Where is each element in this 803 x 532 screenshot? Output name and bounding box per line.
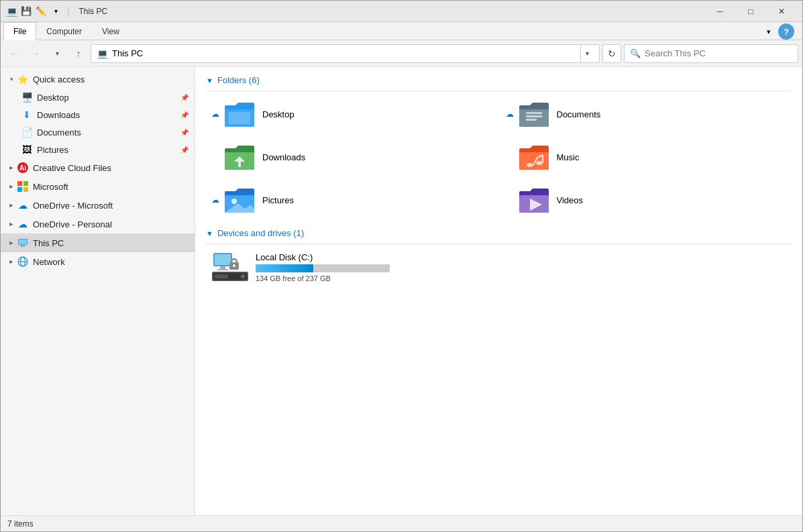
this-pc-expand[interactable]: ► bbox=[6, 237, 17, 248]
status-text: 7 items bbox=[7, 519, 34, 529]
ribbon-tabs: File Computer View ▾ ? bbox=[1, 22, 802, 40]
folder-item-desktop[interactable]: ☁ Desktop bbox=[206, 94, 498, 134]
sidebar-item-microsoft[interactable]: ► Microsoft bbox=[1, 177, 195, 196]
folders-section-title: Folders (6) bbox=[217, 75, 260, 85]
pictures-cloud-icon: ☁ bbox=[211, 195, 219, 205]
svg-point-37 bbox=[233, 264, 235, 267]
tab-file[interactable]: File bbox=[3, 22, 36, 40]
documents-label: Documents bbox=[557, 109, 601, 119]
microsoft-expand[interactable]: ► bbox=[6, 181, 17, 192]
devices-list: Local Disk (C:) 134 GB free of 237 GB bbox=[206, 244, 792, 292]
desktop-icon: 🖥️ bbox=[21, 91, 33, 103]
videos-cloud-spacer: ☁ bbox=[506, 195, 514, 205]
creative-cloud-expand[interactable]: ► bbox=[6, 162, 17, 173]
dropdown-history-button[interactable]: ▾ bbox=[48, 44, 66, 63]
sidebar-item-desktop[interactable]: 🖥️ Desktop 📌 bbox=[1, 89, 195, 106]
tab-view[interactable]: View bbox=[92, 22, 129, 40]
tab-computer[interactable]: Computer bbox=[36, 22, 92, 40]
svg-rect-21 bbox=[519, 152, 549, 170]
back-button[interactable]: ← bbox=[5, 44, 23, 63]
drive-item-c[interactable]: Local Disk (C:) 134 GB free of 237 GB bbox=[206, 247, 421, 287]
qat-dropdown[interactable]: ▾ bbox=[50, 5, 62, 17]
c-drive-icon bbox=[211, 251, 249, 283]
folder-item-pictures[interactable]: ☁ Pictures bbox=[206, 180, 498, 220]
search-icon: 🔍 bbox=[630, 48, 641, 58]
svg-rect-16 bbox=[526, 112, 542, 114]
documents-cloud-icon: ☁ bbox=[506, 109, 514, 119]
music-folder-icon bbox=[518, 141, 550, 173]
up-button[interactable]: ↑ bbox=[69, 44, 88, 63]
folder-item-videos[interactable]: ☁ Videos bbox=[500, 180, 792, 220]
sidebar-item-onedrive-personal[interactable]: ► ☁ OneDrive - Personal bbox=[1, 215, 195, 233]
folder-item-music[interactable]: ☁ Mu bbox=[500, 137, 792, 177]
help-button[interactable]: ? bbox=[778, 23, 794, 40]
path-text: This PC bbox=[112, 48, 576, 58]
folders-section-header[interactable]: ▼ Folders (6) bbox=[206, 67, 792, 91]
qat-save[interactable]: 💾 bbox=[20, 5, 32, 17]
svg-point-22 bbox=[527, 163, 533, 167]
address-path[interactable]: 💻 This PC ▾ bbox=[91, 44, 600, 63]
maximize-button[interactable]: □ bbox=[735, 1, 766, 22]
svg-rect-9 bbox=[19, 240, 27, 244]
sidebar-item-creative-cloud[interactable]: ► Ai Creative Cloud Files bbox=[1, 158, 195, 177]
refresh-button[interactable]: ↻ bbox=[602, 44, 621, 63]
sidebar-item-this-pc[interactable]: ► This PC bbox=[1, 233, 195, 252]
search-input[interactable] bbox=[645, 48, 792, 58]
downloads-cloud-spacer: ☁ bbox=[211, 152, 219, 162]
svg-rect-15 bbox=[519, 109, 549, 127]
pictures-pin: 📌 bbox=[180, 145, 189, 154]
qat-properties[interactable]: ✏️ bbox=[35, 5, 47, 17]
network-icon bbox=[17, 256, 29, 268]
sidebar-label-onedrive-personal: OneDrive - Personal bbox=[33, 219, 189, 229]
network-expand[interactable]: ► bbox=[6, 256, 17, 267]
sidebar-label-creative-cloud: Creative Cloud Files bbox=[33, 163, 189, 173]
minimize-button[interactable]: ─ bbox=[704, 1, 735, 22]
forward-button[interactable]: → bbox=[26, 44, 45, 63]
sidebar-item-pictures[interactable]: 🖼 Pictures 📌 bbox=[1, 141, 195, 158]
svg-rect-35 bbox=[217, 269, 228, 270]
c-drive-info: Local Disk (C:) 134 GB free of 237 GB bbox=[256, 252, 390, 282]
onedrive-microsoft-expand[interactable]: ► bbox=[6, 200, 17, 211]
svg-rect-33 bbox=[215, 254, 231, 265]
svg-rect-7 bbox=[21, 245, 25, 246]
folders-chevron: ▼ bbox=[206, 76, 213, 85]
window-controls: ─ □ ✕ bbox=[704, 1, 797, 22]
sidebar-label-microsoft: Microsoft bbox=[33, 182, 189, 192]
folder-item-documents[interactable]: ☁ Documents bbox=[500, 94, 792, 134]
folders-grid: ☁ Desktop ☁ bbox=[206, 91, 792, 223]
onedrive-personal-expand[interactable]: ► bbox=[6, 219, 17, 229]
close-button[interactable]: ✕ bbox=[766, 1, 797, 22]
devices-section-header[interactable]: ▼ Devices and drives (1) bbox=[206, 223, 792, 244]
sidebar-item-downloads[interactable]: ⬇ Downloads 📌 bbox=[1, 106, 195, 123]
sidebar-label-pictures: Pictures bbox=[37, 145, 180, 155]
svg-point-23 bbox=[536, 161, 543, 165]
status-bar: 7 items bbox=[1, 515, 802, 531]
documents-icon: 📄 bbox=[21, 126, 33, 138]
address-dropdown-button[interactable]: ▾ bbox=[580, 45, 594, 62]
ribbon-expand-button[interactable]: ▾ bbox=[762, 25, 775, 38]
quick-access-expand[interactable]: ▾ bbox=[6, 74, 17, 85]
sidebar-item-documents[interactable]: 📄 Documents 📌 bbox=[1, 123, 195, 141]
c-drive-progress-fill bbox=[256, 264, 313, 272]
sidebar-item-quick-access[interactable]: ▾ ⭐ Quick access bbox=[1, 70, 195, 89]
sidebar-item-onedrive-microsoft[interactable]: ► ☁ OneDrive - Microsoft bbox=[1, 196, 195, 215]
sidebar-label-downloads: Downloads bbox=[37, 110, 180, 120]
svg-rect-18 bbox=[526, 119, 537, 121]
svg-point-41 bbox=[241, 274, 245, 278]
svg-text:Ai: Ai bbox=[19, 164, 26, 172]
videos-folder-icon bbox=[518, 184, 550, 216]
downloads-icon: ⬇ bbox=[21, 109, 33, 121]
sidebar-label-network: Network bbox=[33, 257, 189, 267]
svg-rect-4 bbox=[17, 187, 22, 192]
c-drive-size: 134 GB free of 237 GB bbox=[256, 274, 390, 282]
svg-rect-5 bbox=[23, 187, 28, 192]
sidebar-item-network[interactable]: ► Network bbox=[1, 252, 195, 271]
sidebar-label-desktop: Desktop bbox=[37, 93, 180, 103]
file-area: ▼ Folders (6) ☁ bbox=[195, 67, 802, 515]
svg-rect-40 bbox=[215, 274, 228, 278]
svg-rect-34 bbox=[220, 266, 225, 269]
window: 💻 💾 ✏️ ▾ | This PC ─ □ ✕ File Computer V… bbox=[0, 0, 803, 532]
videos-label: Videos bbox=[557, 195, 584, 205]
folder-item-downloads[interactable]: ☁ Downloads bbox=[206, 137, 498, 177]
desktop-label: Desktop bbox=[262, 109, 295, 119]
